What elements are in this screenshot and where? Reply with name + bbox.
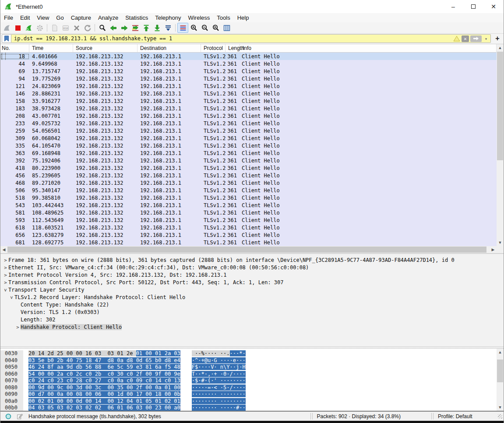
- hex-row[interactable]: 009000 d7 00 0a 00 08 00 06 00 1d 00 17 …: [0, 391, 504, 398]
- scroll-down-icon[interactable]: ▼: [497, 404, 504, 411]
- expand-icon[interactable]: >: [3, 264, 8, 271]
- packet-row[interactable]: 23349.025732192.168.213.132192.168.213.1…: [0, 120, 497, 127]
- packet-row[interactable]: 41880.223900192.168.213.132192.168.213.1…: [0, 164, 497, 172]
- packet-row[interactable]: 543103.442443192.168.213.132192.168.213.…: [0, 201, 497, 209]
- auto-scroll-button[interactable]: [162, 23, 173, 33]
- packet-row[interactable]: 25954.056501192.168.213.132192.168.213.1…: [0, 127, 497, 134]
- column-header-length[interactable]: Length: [226, 44, 240, 52]
- menu-item-edit[interactable]: Edit: [17, 14, 33, 22]
- filter-apply-button[interactable]: [470, 35, 482, 42]
- colorize-packets-button[interactable]: [177, 23, 188, 33]
- packet-row[interactable]: 51899.385810192.168.213.132192.168.213.1…: [0, 194, 497, 201]
- packet-row[interactable]: 33564.105470192.168.213.132192.168.213.1…: [0, 142, 497, 149]
- packet-row[interactable]: 39275.192406192.168.213.132192.168.213.1…: [0, 157, 497, 164]
- resize-columns-button[interactable]: [221, 23, 232, 33]
- filter-add-button[interactable]: +: [493, 35, 502, 42]
- reload-file-button[interactable]: [82, 23, 93, 33]
- expand-icon[interactable]: >: [15, 324, 21, 331]
- detail-line[interactable]: >Handshake Protocol: Client Hello: [0, 324, 504, 331]
- menu-item-help[interactable]: Help: [234, 14, 253, 22]
- packet-row[interactable]: 6913.715747192.168.213.132192.168.213.1T…: [0, 67, 497, 75]
- packet-row[interactable]: 45685.239605192.168.213.132192.168.213.1…: [0, 172, 497, 179]
- packet-row[interactable]: 46889.271020192.168.213.132192.168.213.1…: [0, 179, 497, 187]
- detail-line[interactable]: Length: 302: [0, 316, 504, 324]
- hex-row[interactable]: 0070c0 24 c0 23 c0 28 c0 27 c0 0a c0 09 …: [0, 377, 504, 384]
- packet-row[interactable]: 593112.543649192.168.213.132192.168.213.…: [0, 216, 497, 224]
- scroll-up-icon[interactable]: ▲: [497, 44, 504, 51]
- menu-item-go[interactable]: Go: [53, 14, 67, 22]
- scrollbar-thumb[interactable]: [497, 52, 503, 160]
- filter-bookmark-button[interactable]: [2, 34, 11, 43]
- menu-item-wireless[interactable]: Wireless: [184, 14, 213, 22]
- hex-row[interactable]: 005046 24 8f aa 9d db 56 88 6e 5c 59 e3 …: [0, 364, 504, 371]
- capture-options-button[interactable]: [34, 23, 45, 33]
- column-header-destination[interactable]: Destination: [137, 44, 201, 52]
- column-header-source[interactable]: Source: [73, 44, 137, 52]
- packet-row[interactable]: 20843.007701192.168.213.132192.168.213.1…: [0, 112, 497, 120]
- scroll-up-icon[interactable]: ▲: [497, 349, 504, 356]
- close-button[interactable]: ✕: [483, 0, 504, 13]
- display-filter-input[interactable]: ip.dst == 192.168.213.1 && ssl.handshake…: [11, 34, 491, 43]
- detail-line[interactable]: >Transport Layer Security: [0, 286, 504, 294]
- packet-row[interactable]: 30960.068042192.168.213.132192.168.213.1…: [0, 134, 497, 142]
- packet-row[interactable]: 36369.168948192.168.213.132192.168.213.1…: [0, 149, 497, 157]
- packet-row[interactable]: 656123.638279192.168.213.132192.168.213.…: [0, 231, 497, 239]
- filter-dropdown-button[interactable]: ▾: [483, 36, 489, 41]
- expand-icon[interactable]: >: [3, 279, 8, 286]
- hex-row[interactable]: 006054 00 00 2a c0 2c c0 2b c0 30 c0 2f …: [0, 371, 504, 378]
- expand-icon[interactable]: >: [3, 271, 8, 279]
- filter-clear-button[interactable]: ✕: [462, 35, 469, 42]
- capture-comment-icon[interactable]: [16, 413, 23, 420]
- packet-row[interactable]: 14628.886231192.168.213.132192.168.213.1…: [0, 90, 497, 97]
- packet-row[interactable]: 681128.692775192.168.213.132192.168.213.…: [0, 239, 497, 246]
- maximize-button[interactable]: [463, 0, 483, 13]
- hex-vscrollbar[interactable]: ▲ ▼: [497, 349, 504, 411]
- zoom-original-button[interactable]: [210, 23, 221, 33]
- packet-list-vscrollbar[interactable]: ▲ ▼: [497, 44, 504, 246]
- detail-line[interactable]: Version: TLS 1.2 (0x0303): [0, 309, 504, 316]
- hex-row[interactable]: 008000 9d 00 9c 00 3d 00 3c 00 35 00 2f …: [0, 384, 504, 391]
- packet-row[interactable]: 9419.775269192.168.213.132192.168.213.1T…: [0, 75, 497, 82]
- packet-row[interactable]: 449.649968192.168.213.132192.168.213.1TL…: [0, 60, 497, 67]
- packet-row[interactable]: 618118.603521192.168.213.132192.168.213.…: [0, 224, 497, 231]
- go-last-button[interactable]: [152, 23, 162, 33]
- profile-label[interactable]: Profile: Default: [438, 413, 472, 419]
- hex-row[interactable]: 004003 5e b0 2b 40 75 18 47 d8 0a d8 0d …: [0, 357, 504, 364]
- menu-item-statistics[interactable]: Statistics: [122, 14, 152, 22]
- column-header-protocol[interactable]: Protocol: [201, 44, 226, 52]
- packet-row[interactable]: 15833.916277192.168.213.132192.168.213.1…: [0, 97, 497, 105]
- menu-item-analyze[interactable]: Analyze: [95, 14, 122, 22]
- minimize-button[interactable]: –: [443, 0, 463, 13]
- collapse-icon[interactable]: >: [2, 287, 9, 293]
- menu-item-file[interactable]: File: [0, 14, 17, 22]
- expert-info-icon[interactable]: [5, 413, 12, 420]
- menu-item-capture[interactable]: Capture: [67, 14, 95, 22]
- column-header-time[interactable]: Time: [29, 44, 73, 52]
- zoom-in-button[interactable]: [188, 23, 199, 33]
- scroll-left-icon[interactable]: ◀: [0, 246, 7, 253]
- column-header-info[interactable]: Info: [240, 44, 497, 52]
- hex-row[interactable]: 003020 14 2d 25 00 00 16 03 03 01 2e 01 …: [0, 350, 504, 357]
- detail-line[interactable]: >Frame 18: 361 bytes on wire (2888 bits)…: [0, 257, 504, 264]
- restart-capture-button[interactable]: [23, 23, 34, 33]
- scroll-right-icon[interactable]: ▶: [490, 246, 497, 253]
- packet-list-hscrollbar[interactable]: ◀ ▶: [0, 246, 497, 253]
- detail-line[interactable]: >TLSv1.2 Record Layer: Handshake Protoco…: [0, 294, 504, 301]
- detail-line[interactable]: >Ethernet II, Src: VMware_c4:cf:34 (00:0…: [0, 264, 504, 271]
- detail-line[interactable]: >Internet Protocol Version 4, Src: 192.1…: [0, 271, 504, 279]
- scrollbar-thumb[interactable]: [497, 360, 503, 382]
- detail-line[interactable]: Content Type: Handshake (22): [0, 301, 504, 309]
- find-packet-button[interactable]: [97, 23, 108, 33]
- column-header-no[interactable]: No.: [0, 44, 29, 52]
- menu-item-telephony[interactable]: Telephony: [152, 14, 184, 22]
- close-file-button[interactable]: [71, 23, 82, 33]
- go-to-packet-button[interactable]: [130, 23, 141, 33]
- hex-row[interactable]: 00a000 02 01 00 00 0d 00 14 00 12 04 01 …: [0, 398, 504, 405]
- menu-item-view[interactable]: View: [33, 14, 53, 22]
- start-capture-button[interactable]: [1, 23, 12, 33]
- packet-row[interactable]: 50695.340147192.168.213.132192.168.213.1…: [0, 187, 497, 194]
- zoom-out-button[interactable]: [199, 23, 210, 33]
- save-file-button[interactable]: 010: [60, 23, 71, 33]
- go-forward-button[interactable]: [119, 23, 130, 33]
- open-file-button[interactable]: [49, 23, 60, 33]
